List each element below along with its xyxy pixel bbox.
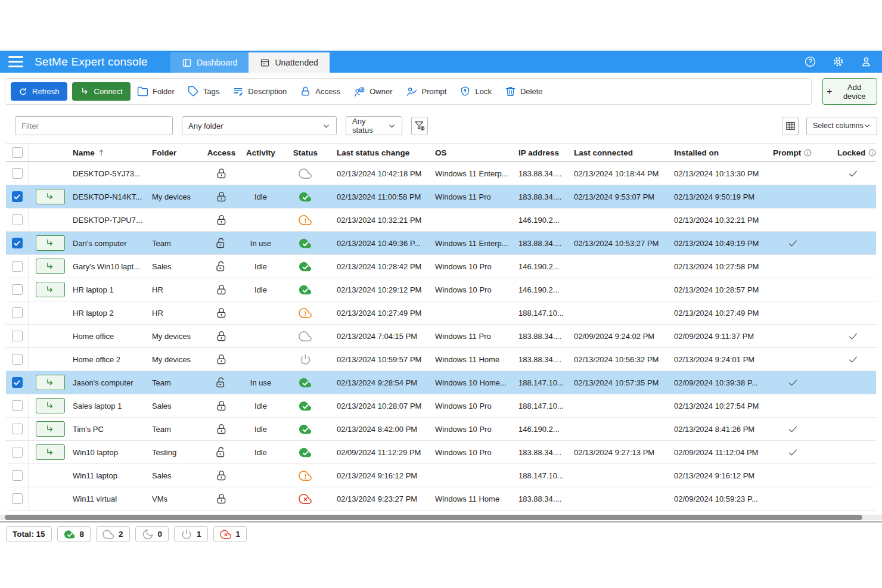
refresh-button[interactable]: Refresh [11,82,67,101]
row-connect-button[interactable] [36,375,65,390]
device-ip: 188.147.10... [513,394,569,418]
column-view-button[interactable] [782,117,799,135]
last-connected: 02/13/2024 10:18:44 PM [569,162,670,185]
row-checkbox[interactable] [12,400,23,411]
horizontal-scrollbar [0,515,882,520]
row-connect-button[interactable] [36,398,65,413]
device-folder: Sales [151,394,204,418]
filter-input[interactable] [15,116,173,135]
tab-unattended[interactable]: Unattended [249,52,329,73]
owner-button[interactable]: Owner [347,86,399,98]
row-checkbox[interactable] [12,424,23,434]
device-os: Windows 11 Enterp... [429,232,513,255]
table-row[interactable]: Home office 2My devices02/13/2024 10:59:… [6,348,876,371]
device-os: Windows 10 Home... [429,371,513,394]
row-checkbox[interactable] [12,214,23,225]
row-checkbox[interactable] [12,191,23,202]
row-checkbox[interactable] [12,354,23,365]
dashboard-icon [182,58,192,68]
menu-icon[interactable] [8,56,23,67]
row-checkbox[interactable] [12,284,23,295]
table-row[interactable]: Win11 virtualVMs02/13/2024 9:23:27 PMWin… [6,487,876,511]
status-select[interactable]: Any status [346,116,402,135]
row-connect-button[interactable] [36,444,65,460]
select-all-checkbox[interactable] [12,147,23,158]
cloud-offline-icon [103,528,114,540]
info-icon[interactable] [803,148,812,157]
table-row[interactable]: Sales laptop 1SalesIdle02/13/2024 10:28:… [6,394,876,418]
device-os: Windows 11 Pro [429,185,513,209]
chevron-down-icon [864,122,871,129]
access-button[interactable]: Access [293,86,347,97]
column-header-activity[interactable]: Activity [238,144,283,162]
lock-open-icon [215,446,228,459]
folder-button[interactable]: Folder [131,86,181,97]
installed-on: 02/13/2024 9:16:12 PM [670,464,769,487]
column-header-ip[interactable]: IP address [513,144,569,162]
row-checkbox[interactable] [12,377,23,388]
table-row[interactable]: Win11 laptopSales02/13/2024 9:16:12 PM18… [6,464,876,487]
description-button[interactable]: Description [226,86,293,97]
column-header-access[interactable]: Access [204,144,238,162]
table-row[interactable]: HR laptop 1HRIdle02/13/2024 10:29:12 PMW… [6,278,876,301]
folder-select[interactable]: Any folder [182,116,337,135]
select-columns-dropdown[interactable]: Select columns [806,117,877,135]
row-checkbox[interactable] [12,447,23,458]
scrollbar-thumb[interactable] [5,515,862,520]
connect-button[interactable]: Connect [72,82,131,101]
status-badge-cloud-offline: 2 [96,526,130,542]
table-row[interactable]: Home officeMy devices02/13/2024 7:04:15 … [6,325,876,348]
row-checkbox[interactable] [12,261,23,272]
clear-filters-button[interactable] [411,117,428,135]
table-row[interactable]: HR laptop 2HR02/13/2024 10:27:49 PM188.1… [6,301,876,325]
table-row[interactable]: Jason's computerTeamIn use02/13/2024 9:2… [6,371,876,394]
column-header-os[interactable]: OS [429,144,513,162]
tab-dashboard[interactable]: Dashboard [170,52,249,73]
delete-button[interactable]: Delete [498,86,549,97]
table-row[interactable]: Win10 laptopTestingIdle02/09/2024 11:12:… [6,441,876,464]
table-row[interactable]: DESKTOP-5YJ73...02/13/2024 10:42:18 PMWi… [6,162,876,185]
last-connected: 02/13/2024 10:57:35 PM [569,371,670,394]
status-warning-icon [299,213,312,227]
row-checkbox[interactable] [12,331,23,341]
table-row[interactable]: Tim's PCTeamIdle02/13/2024 8:42:00 PMWin… [6,418,876,441]
device-os: Windows 11 Home [429,348,513,371]
column-header-installed-on[interactable]: Installed on [670,144,769,162]
column-header-prompt[interactable]: Prompt [773,148,801,157]
tags-button[interactable]: Tags [181,86,226,97]
row-checkbox[interactable] [12,470,23,481]
info-icon[interactable] [868,148,877,157]
device-name: HR laptop 2 [72,301,151,325]
toolbar: Refresh Connect Folder Tags Description … [5,78,812,105]
table-row[interactable]: DESKTOP-TJPU7...02/13/2024 10:32:21 PM14… [6,209,876,232]
column-header-last-connected[interactable]: Last connected [569,144,670,162]
column-header-name[interactable]: Name [73,148,95,157]
help-icon[interactable] [804,55,816,68]
device-folder: HR [151,278,204,301]
column-header-locked[interactable]: Locked [837,148,865,157]
row-connect-button[interactable] [36,421,65,437]
account-icon[interactable] [860,55,872,68]
installed-on: 02/13/2024 10:27:58 PM [670,255,769,278]
row-connect-button[interactable] [36,235,65,251]
column-header-status[interactable]: Status [283,144,328,162]
shield-lock-icon [459,86,471,97]
settings-icon[interactable] [832,55,844,68]
folder-icon [137,86,148,97]
table-row[interactable]: DESKTOP-N14KT...My devicesIdle02/13/2024… [6,185,876,209]
row-checkbox[interactable] [12,493,23,504]
table-row[interactable]: Dan's computerTeamIn use02/13/2024 10:49… [6,232,876,255]
column-header-last-status-change[interactable]: Last status change [328,144,429,162]
lock-button[interactable]: Lock [453,86,498,97]
row-checkbox[interactable] [12,238,23,248]
row-connect-button[interactable] [36,259,65,274]
row-checkbox[interactable] [12,307,23,318]
table-row[interactable]: Gary's Win10 lapt...SalesIdle02/13/2024 … [6,255,876,278]
column-header-folder[interactable]: Folder [151,144,204,162]
add-device-button[interactable]: + Add device [822,78,877,105]
row-connect-button[interactable] [36,282,65,297]
row-checkbox[interactable] [12,168,23,179]
status-warning-icon [299,469,312,483]
prompt-button[interactable]: Prompt [399,86,454,98]
row-connect-button[interactable] [36,189,65,204]
